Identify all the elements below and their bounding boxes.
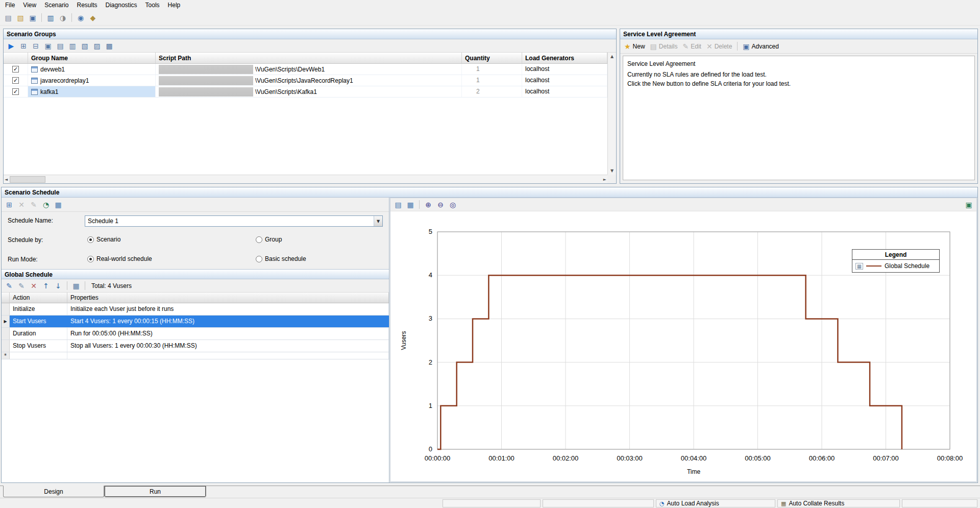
zoom-out-button[interactable]: ⊖ — [435, 199, 446, 210]
add-group-button[interactable]: ⊞ — [18, 40, 29, 52]
move-up-button[interactable]: ↑ — [40, 280, 52, 292]
menu-diagnostics[interactable]: Diagnostics — [102, 0, 141, 10]
load-generator-cell[interactable]: localhost — [522, 86, 607, 97]
menu-view[interactable]: View — [19, 0, 40, 10]
chevron-down-icon[interactable]: ▼ — [374, 216, 382, 226]
scenario-group-row[interactable]: ✓devweb1\VuGen\Scripts\DevWeb11localhost — [4, 64, 607, 75]
export-schedule-button[interactable]: ▦ — [53, 199, 64, 210]
script-path-cell[interactable]: \VuGen\Scripts\JavaRecordReplay1 — [156, 75, 462, 86]
start-vusers-button[interactable]: ▶ — [6, 40, 17, 52]
edit-all-actions-button[interactable]: ✎ — [16, 280, 27, 292]
edit-action-button[interactable]: ✎ — [4, 280, 15, 292]
script-path-cell[interactable]: \VuGen\Scripts\Kafka1 — [156, 86, 462, 97]
column-action[interactable]: Action — [10, 293, 67, 303]
duplicate-group-button[interactable]: ▣ — [42, 40, 54, 52]
new-sla-button[interactable]: ★New — [622, 41, 647, 52]
load-generators-button[interactable]: ◉ — [75, 12, 86, 23]
scroll-down-icon[interactable]: ▼ — [609, 167, 615, 175]
group-details-button[interactable]: ▥ — [67, 40, 78, 52]
scenario-group-row[interactable]: ✓javarecordreplay1\VuGen\Scripts\JavaRec… — [4, 75, 607, 86]
group-name-cell[interactable]: javarecordreplay1 — [28, 75, 156, 86]
scenario-group-row[interactable]: ✓kafka1\VuGen\Scripts\Kafka12localhost — [4, 86, 607, 98]
radio-scenario[interactable]: Scenario — [87, 236, 120, 243]
menu-tools[interactable]: Tools — [141, 0, 164, 10]
action-cell[interactable] — [10, 352, 67, 359]
scroll-left-icon[interactable]: ◄ — [4, 176, 9, 183]
percentage-mode-button[interactable]: ◑ — [57, 12, 68, 23]
view-script-button[interactable]: ▤ — [55, 40, 66, 52]
vertical-scrollbar[interactable]: ▲ ▼ — [607, 53, 616, 175]
action-cell[interactable]: Stop Vusers — [10, 340, 67, 352]
vusers-button[interactable]: ▥ — [45, 12, 56, 23]
tab-run[interactable]: Run — [104, 486, 206, 497]
scrollbar-thumb[interactable] — [10, 176, 45, 183]
chart-view-button[interactable]: ▤ — [393, 199, 404, 210]
load-generator-cell[interactable]: localhost — [522, 75, 607, 86]
radio-basic-schedule[interactable]: Basic schedule — [256, 255, 306, 262]
maximize-chart-button[interactable]: ▣ — [963, 199, 974, 210]
analysis-button[interactable]: ◆ — [87, 12, 99, 23]
new-action-row[interactable]: * — [2, 352, 389, 359]
properties-cell[interactable]: Initialize each Vuser just before it run… — [67, 303, 389, 315]
column-load-generators[interactable]: Load Generators — [522, 53, 607, 63]
edit-sla-icon: ✎ — [683, 43, 689, 50]
move-down-button[interactable]: ↓ — [53, 280, 64, 292]
legend-entry-global-schedule[interactable]: ▦ Global Schedule — [852, 260, 939, 272]
schedule-action-row[interactable]: ▶Start VusersStart 4 Vusers: 1 every 00:… — [2, 316, 389, 328]
load-generator-cell[interactable]: localhost — [522, 64, 607, 75]
grid-view-button[interactable]: ▦ — [405, 199, 416, 210]
runtime-settings-button[interactable]: ▨ — [91, 40, 103, 52]
group-enabled-checkbox[interactable]: ✓ — [12, 88, 19, 95]
menu-file[interactable]: File — [1, 0, 19, 10]
properties-cell[interactable] — [67, 352, 389, 359]
schedule-name-combobox[interactable]: Schedule 1 ▼ — [85, 215, 383, 227]
quantity-cell[interactable]: 2 — [462, 86, 522, 97]
delete-action-button[interactable]: ✕ — [28, 280, 39, 292]
new-schedule-button[interactable]: ⊞ — [4, 199, 15, 210]
menu-results[interactable]: Results — [73, 0, 102, 10]
open-scenario-button[interactable]: ▧ — [15, 12, 26, 23]
column-script-path[interactable]: Script Path — [156, 53, 462, 63]
properties-cell[interactable]: Start 4 Vusers: 1 every 00:00:15 (HH:MM:… — [67, 316, 389, 327]
column-quantity[interactable]: Quantity — [462, 53, 522, 63]
global-schedule-header: Global Schedule — [2, 269, 389, 279]
column-properties[interactable]: Properties — [67, 293, 389, 303]
menu-scenario[interactable]: Scenario — [40, 0, 72, 10]
new-scenario-button[interactable]: ▤ — [3, 12, 14, 23]
details-view-button[interactable]: ▩ — [104, 40, 115, 52]
schedule-action-row[interactable]: InitializeInitialize each Vuser just bef… — [2, 303, 389, 316]
advanced-sla-button[interactable]: ▣Advanced — [741, 41, 781, 52]
remove-group-button[interactable]: ⊟ — [30, 40, 41, 52]
radio-group[interactable]: Group — [256, 236, 282, 243]
save-scenario-button[interactable]: ▣ — [27, 12, 38, 23]
schedule-action-row[interactable]: DurationRun for 00:05:00 (HH:MM:SS) — [2, 328, 389, 340]
action-cell[interactable]: Start Vusers — [10, 316, 67, 327]
properties-cell[interactable]: Stop all Vusers: 1 every 00:00:30 (HH:MM… — [67, 340, 389, 352]
menu-help[interactable]: Help — [164, 0, 185, 10]
group-name-cell[interactable]: kafka1 — [28, 86, 156, 97]
quantity-cell[interactable]: 1 — [462, 75, 522, 86]
total-vusers-label: Total: 4 Vusers — [91, 282, 132, 289]
action-cell[interactable]: Initialize — [10, 303, 67, 315]
group-enabled-checkbox[interactable]: ✓ — [12, 66, 19, 72]
zoom-in-button[interactable]: ⊕ — [423, 199, 434, 210]
column-group-name[interactable]: Group Name — [28, 53, 156, 63]
zoom-reset-button[interactable]: ◎ — [447, 199, 458, 210]
show-in-grid-button[interactable]: ▦ — [70, 280, 82, 292]
status-cell-auto-collate-results[interactable]: ▦ Auto Collate Results — [777, 499, 900, 507]
action-cell[interactable]: Duration — [10, 328, 67, 340]
horizontal-scrollbar[interactable]: ◄ ► — [4, 175, 607, 183]
script-path-cell[interactable]: \VuGen\Scripts\DevWeb1 — [156, 64, 462, 75]
properties-cell[interactable]: Run for 00:05:00 (HH:MM:SS) — [67, 328, 389, 340]
status-cell-auto-load-analysis[interactable]: ◔ Auto Load Analysis — [656, 499, 775, 507]
group-name-cell[interactable]: devweb1 — [28, 64, 156, 75]
group-enabled-checkbox[interactable]: ✓ — [12, 77, 19, 84]
radio-real-world-schedule[interactable]: Real-world schedule — [87, 255, 152, 262]
schedule-time-button[interactable]: ◔ — [40, 199, 52, 210]
scroll-right-icon[interactable]: ► — [602, 176, 607, 183]
quantity-cell[interactable]: 1 — [462, 64, 522, 75]
schedule-action-row[interactable]: Stop VusersStop all Vusers: 1 every 00:0… — [2, 340, 389, 352]
tab-design[interactable]: Design — [3, 486, 104, 497]
add-vusers-button[interactable]: ▧ — [79, 40, 90, 52]
scroll-up-icon[interactable]: ▲ — [609, 53, 615, 60]
